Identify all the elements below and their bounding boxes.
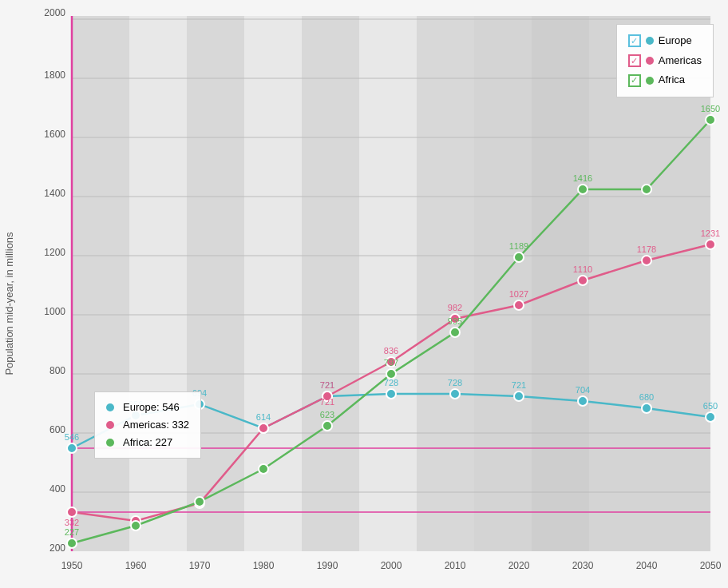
svg-text:1110: 1110 (573, 264, 592, 274)
svg-text:800: 800 (49, 365, 65, 376)
svg-point-90 (578, 185, 588, 194)
svg-point-92 (706, 115, 715, 125)
legend-item-americas[interactable]: ✓ Americas (628, 51, 702, 71)
svg-text:836: 836 (384, 346, 398, 356)
svg-point-72 (642, 256, 651, 265)
svg-point-89 (514, 252, 524, 262)
svg-point-51 (706, 412, 715, 422)
svg-point-50 (642, 403, 651, 413)
svg-text:721: 721 (512, 380, 526, 390)
svg-text:721: 721 (320, 397, 334, 407)
svg-rect-2 (72, 16, 129, 551)
svg-text:2000: 2000 (44, 7, 65, 18)
svg-point-82 (67, 538, 77, 548)
svg-point-63 (67, 507, 77, 517)
svg-text:332: 332 (65, 518, 79, 527)
svg-text:2030: 2030 (572, 560, 594, 571)
svg-text:1231: 1231 (701, 228, 720, 238)
americas-checkbox[interactable]: ✓ (628, 54, 641, 67)
svg-text:1178: 1178 (637, 244, 656, 254)
svg-text:1980: 1980 (253, 560, 275, 571)
svg-text:1990: 1990 (317, 560, 338, 571)
svg-point-86 (322, 421, 332, 431)
svg-text:600: 600 (49, 424, 65, 435)
svg-point-71 (578, 276, 588, 285)
svg-text:227: 227 (65, 527, 79, 537)
svg-point-48 (514, 391, 524, 401)
svg-text:797: 797 (384, 358, 398, 368)
svg-text:704: 704 (576, 385, 590, 395)
chart-container: 2000 1800 1600 1400 1200 1000 800 600 40… (0, 0, 728, 588)
svg-text:721: 721 (320, 380, 334, 390)
svg-text:200: 200 (49, 542, 65, 554)
svg-point-73 (706, 240, 715, 249)
svg-text:1600: 1600 (44, 129, 65, 140)
svg-point-43 (195, 399, 204, 409)
legend-europe-label: Europe (659, 31, 692, 51)
svg-point-91 (642, 185, 651, 194)
svg-text:1027: 1027 (509, 289, 528, 299)
legend-item-europe[interactable]: ✓ Europe (628, 31, 702, 51)
svg-text:623: 623 (320, 410, 334, 419)
svg-point-66 (259, 423, 268, 433)
svg-rect-5 (417, 16, 474, 551)
svg-text:2010: 2010 (445, 560, 466, 571)
svg-text:680: 680 (639, 392, 654, 402)
svg-text:614: 614 (256, 412, 271, 422)
svg-text:2020: 2020 (508, 560, 530, 571)
svg-point-83 (131, 521, 140, 530)
svg-point-41 (67, 443, 77, 453)
africa-checkbox[interactable]: ✓ (628, 74, 641, 87)
svg-point-84 (195, 497, 204, 507)
legend-item-africa[interactable]: ✓ Africa (628, 70, 702, 90)
svg-text:982: 982 (448, 303, 462, 312)
chart-legend: ✓ Europe ✓ Americas ✓ Africa (616, 24, 714, 97)
svg-text:728: 728 (448, 378, 462, 387)
svg-text:1400: 1400 (44, 188, 65, 199)
europe-checkbox[interactable]: ✓ (628, 34, 641, 47)
svg-point-47 (450, 389, 460, 399)
svg-point-87 (386, 369, 396, 379)
svg-text:1800: 1800 (44, 70, 65, 81)
svg-text:1189: 1189 (509, 241, 528, 251)
svg-point-46 (386, 389, 396, 399)
svg-text:2000: 2000 (381, 560, 402, 571)
svg-point-88 (450, 328, 460, 337)
svg-text:1960: 1960 (125, 560, 147, 571)
svg-text:694: 694 (192, 388, 207, 398)
svg-text:400: 400 (49, 483, 65, 495)
svg-point-42 (131, 411, 140, 420)
y-axis-label: Population mid-year, in millions (3, 232, 15, 375)
svg-text:1950: 1950 (61, 560, 83, 571)
svg-point-70 (514, 300, 524, 310)
svg-text:546: 546 (65, 432, 79, 442)
svg-rect-3 (187, 16, 244, 551)
svg-point-85 (259, 464, 268, 474)
svg-text:650: 650 (703, 401, 718, 411)
svg-text:1000: 1000 (44, 306, 65, 317)
svg-point-49 (578, 396, 588, 406)
svg-text:1200: 1200 (44, 247, 65, 258)
svg-rect-4 (302, 16, 359, 551)
legend-americas-label: Americas (659, 51, 702, 71)
svg-text:1970: 1970 (189, 560, 211, 571)
svg-text:935: 935 (448, 316, 462, 326)
legend-africa-label: Africa (659, 70, 685, 90)
svg-text:1416: 1416 (573, 173, 592, 183)
svg-text:656: 656 (129, 399, 143, 409)
svg-text:2050: 2050 (700, 560, 722, 571)
svg-text:2040: 2040 (636, 560, 658, 571)
svg-text:1650: 1650 (701, 104, 720, 113)
